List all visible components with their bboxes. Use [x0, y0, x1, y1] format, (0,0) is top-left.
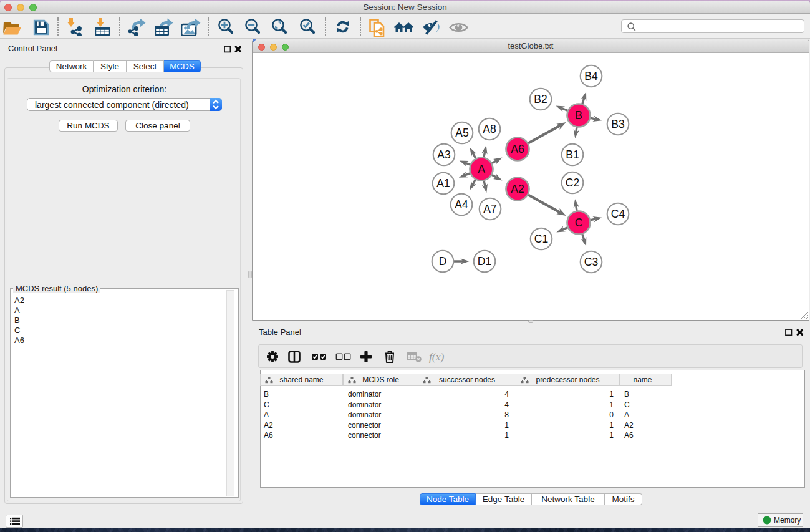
svg-text:A8: A8 [483, 123, 496, 135]
svg-text:D: D [439, 255, 447, 268]
svg-text:B4: B4 [584, 70, 598, 82]
svg-text:C: C [575, 216, 583, 229]
svg-text:B3: B3 [611, 118, 624, 130]
svg-text:A2: A2 [511, 183, 524, 195]
svg-text:A5: A5 [455, 127, 468, 139]
svg-text:B2: B2 [534, 93, 547, 105]
svg-text:A4: A4 [455, 198, 468, 211]
svg-text:f(x): f(x) [429, 351, 444, 363]
svg-text:C4: C4 [611, 208, 625, 220]
svg-text:B: B [575, 109, 582, 122]
svg-text:C2: C2 [566, 177, 579, 189]
svg-text:C1: C1 [534, 233, 548, 245]
svg-text:A: A [478, 163, 485, 175]
svg-text:D1: D1 [478, 255, 491, 268]
svg-text:A6: A6 [511, 143, 524, 155]
svg-text:B1: B1 [566, 148, 579, 161]
svg-text:A1: A1 [436, 177, 450, 190]
svg-text:Memory: Memory [774, 516, 801, 525]
svg-text:A7: A7 [483, 203, 496, 215]
svg-text:A3: A3 [437, 148, 450, 161]
svg-text:C3: C3 [584, 256, 598, 268]
